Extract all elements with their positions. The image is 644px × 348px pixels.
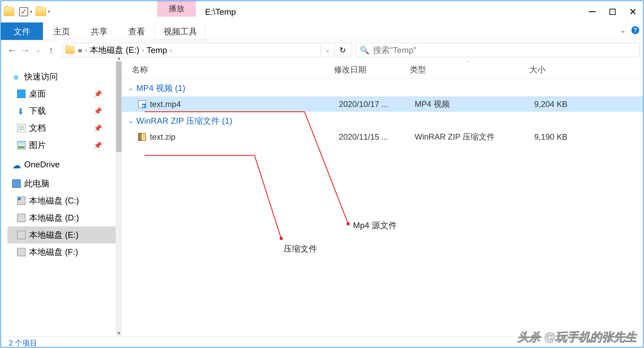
scroll-up-icon[interactable]: ▲ <box>116 55 122 61</box>
file-date: 2020/10/17 ... <box>339 100 415 109</box>
header-date[interactable]: 修改日期 <box>332 64 408 75</box>
nav-desktop[interactable]: 桌面 📌 <box>8 85 122 102</box>
cloud-icon: ☁ <box>12 160 21 168</box>
chevron-right-icon[interactable]: › <box>141 46 145 54</box>
nav-this-pc[interactable]: 此电脑 <box>8 175 122 192</box>
back-button[interactable]: ← <box>6 44 18 56</box>
documents-icon <box>17 124 26 132</box>
chevron-down-icon: ⌄ <box>128 84 134 92</box>
zip-file-icon <box>138 133 146 141</box>
ribbon-collapse-button[interactable]: ⌄ <box>616 22 630 40</box>
pc-icon <box>12 180 21 188</box>
nav-drive-f[interactable]: 本地磁盘 (F:) <box>8 244 122 261</box>
close-icon: ✕ <box>629 6 637 17</box>
history-dropdown[interactable]: ⌄ <box>32 47 44 54</box>
breadcrumb-drive-e[interactable]: 本地磁盘 (E:) <box>88 44 141 56</box>
nav-onedrive[interactable]: ☁ OneDrive <box>8 157 122 172</box>
nav-label: 本地磁盘 (F:) <box>29 246 78 258</box>
search-input[interactable] <box>373 43 636 57</box>
nav-buttons: ← → ⌄ ↑ <box>4 43 59 57</box>
forward-button[interactable]: → <box>19 44 31 56</box>
tab-view[interactable]: 查看 <box>118 22 155 40</box>
pin-icon: 📌 <box>94 90 102 98</box>
tab-home[interactable]: 主页 <box>43 22 80 40</box>
nav-label: 桌面 <box>29 88 46 100</box>
up-button[interactable]: ↑ <box>45 44 57 56</box>
nav-label: 本地磁盘 (E:) <box>29 229 78 240</box>
breadcrumb-ellipsis[interactable]: « <box>76 45 84 55</box>
chevron-right-icon[interactable]: › <box>84 46 88 54</box>
scroll-down-icon[interactable]: ▼ <box>116 330 122 336</box>
nav-label: OneDrive <box>24 160 60 169</box>
file-name: text.mp4 <box>150 100 339 109</box>
drive-icon <box>17 248 26 256</box>
contextual-tab: 播放 <box>157 1 196 22</box>
nav-downloads[interactable]: ⬇ 下载 📌 <box>8 102 122 120</box>
mp4-file-icon <box>138 100 146 108</box>
nav-quick-access[interactable]: ★ 快速访问 <box>8 68 122 85</box>
tab-video-tools[interactable]: 视频工具 <box>155 22 206 40</box>
status-item-count: 2 个项目 <box>9 339 37 347</box>
nav-label: 本地磁盘 (D:) <box>29 212 79 224</box>
header-type-label: 类型 <box>410 65 426 74</box>
chevron-right-icon[interactable]: › <box>169 46 173 54</box>
address-dropdown[interactable]: ⌄ <box>320 43 334 57</box>
nav-label: 快速访问 <box>24 71 58 82</box>
window-controls: ✕ <box>582 1 643 22</box>
watermark: 头杀 @玩手机的张先生 <box>518 329 636 345</box>
nav-documents[interactable]: 文档 📌 <box>8 120 122 136</box>
quick-access-toolbar: ✓ ▾ ▾ <box>1 1 54 22</box>
svg-line-4 <box>254 155 281 238</box>
new-folder-button[interactable] <box>36 8 46 16</box>
nav-drive-d[interactable]: 本地磁盘 (D:) <box>8 209 122 226</box>
file-date: 2020/11/15 ... <box>339 132 415 142</box>
chevron-down-icon: ⌄ <box>128 118 134 124</box>
nav-pictures[interactable]: 图片 📌 <box>8 136 122 154</box>
search-bar[interactable]: 🔍 <box>356 43 640 57</box>
qat-customize-icon[interactable]: ▾ <box>47 9 51 14</box>
nav-label: 文档 <box>29 122 46 134</box>
refresh-button[interactable]: ↻ <box>334 43 350 57</box>
header-type[interactable]: ⌃ 类型 <box>408 64 528 75</box>
qat-dropdown-icon[interactable]: ▾ <box>29 9 33 14</box>
title-bar: ✓ ▾ ▾ 播放 E:\Temp ✕ <box>1 1 643 22</box>
breadcrumb-temp[interactable]: Temp <box>145 45 169 55</box>
properties-button[interactable]: ✓ <box>19 7 28 16</box>
address-bar[interactable]: « › 本地磁盘 (E:) › Temp › ⌄ ↻ <box>63 43 352 57</box>
folder-icon[interactable] <box>4 8 14 16</box>
file-row[interactable]: text.mp4 2020/10/17 ... MP4 视频 9,204 KB <box>122 96 643 112</box>
tab-file[interactable]: 文件 <box>1 22 43 40</box>
ribbon-tabs: 文件 主页 共享 查看 视频工具 ⌄ ? <box>1 22 643 40</box>
nav-drive-c[interactable]: 本地磁盘 (C:) <box>8 192 122 209</box>
nav-label: 此电脑 <box>24 178 50 189</box>
maximize-icon <box>610 9 616 15</box>
downloads-icon: ⬇ <box>17 107 26 115</box>
maximize-button[interactable] <box>602 1 623 22</box>
help-button[interactable]: ? <box>632 26 639 34</box>
group-label: MP4 视频 (1) <box>136 82 185 94</box>
group-header-mp4[interactable]: ⌄ MP4 视频 (1) <box>122 79 643 96</box>
minimize-button[interactable] <box>582 1 602 22</box>
contextual-tab-label[interactable]: 播放 <box>157 1 196 17</box>
svg-point-5 <box>280 237 283 240</box>
file-row[interactable]: text.zip 2020/11/15 ... WinRAR ZIP 压缩文件 … <box>122 129 643 144</box>
check-icon: ✓ <box>20 8 27 16</box>
pin-icon: 📌 <box>94 141 102 149</box>
group-header-zip[interactable]: ⌄ WinRAR ZIP 压缩文件 (1) <box>122 112 643 129</box>
separator <box>16 6 17 18</box>
star-icon: ★ <box>12 72 21 81</box>
header-name[interactable]: 名称 <box>122 64 332 75</box>
tab-share[interactable]: 共享 <box>80 22 118 40</box>
header-size[interactable]: 大小 <box>528 64 643 75</box>
close-button[interactable]: ✕ <box>623 1 643 22</box>
file-name: text.zip <box>150 132 339 142</box>
nav-scrollbar[interactable]: ▲ ▼ <box>116 61 122 336</box>
nav-drive-e[interactable]: 本地磁盘 (E:) <box>8 226 122 244</box>
svg-point-2 <box>346 222 350 226</box>
nav-label: 图片 <box>29 140 46 151</box>
file-type: MP4 视频 <box>415 99 534 110</box>
scroll-thumb[interactable] <box>116 61 122 152</box>
explorer-body: ★ 快速访问 桌面 📌 ⬇ 下载 📌 文档 📌 <box>1 61 643 336</box>
explorer-window: ✓ ▾ ▾ 播放 E:\Temp ✕ 文件 主页 共享 查看 视频工具 ⌄ ? … <box>0 0 644 348</box>
annotation-mp4: Mp4 源文件 <box>353 220 397 231</box>
